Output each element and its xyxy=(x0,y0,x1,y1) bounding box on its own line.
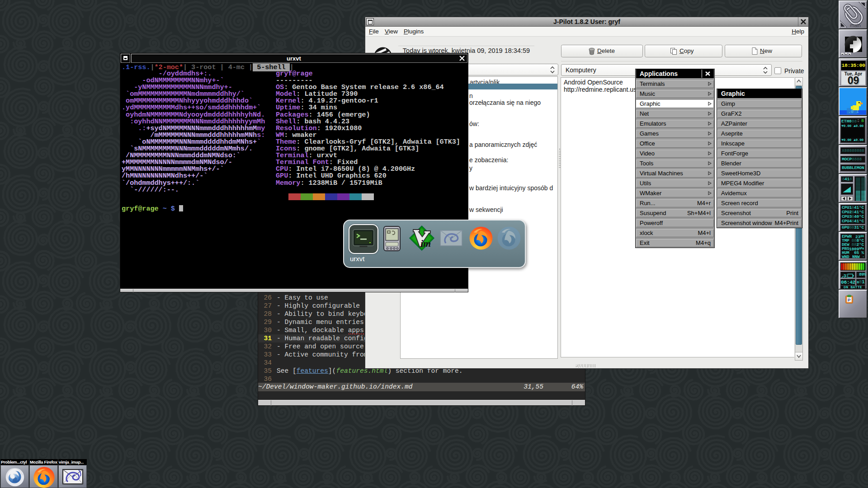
svg-text:P: P xyxy=(848,297,851,302)
svg-text:main: main xyxy=(850,23,861,28)
svg-text:im: im xyxy=(420,238,431,249)
